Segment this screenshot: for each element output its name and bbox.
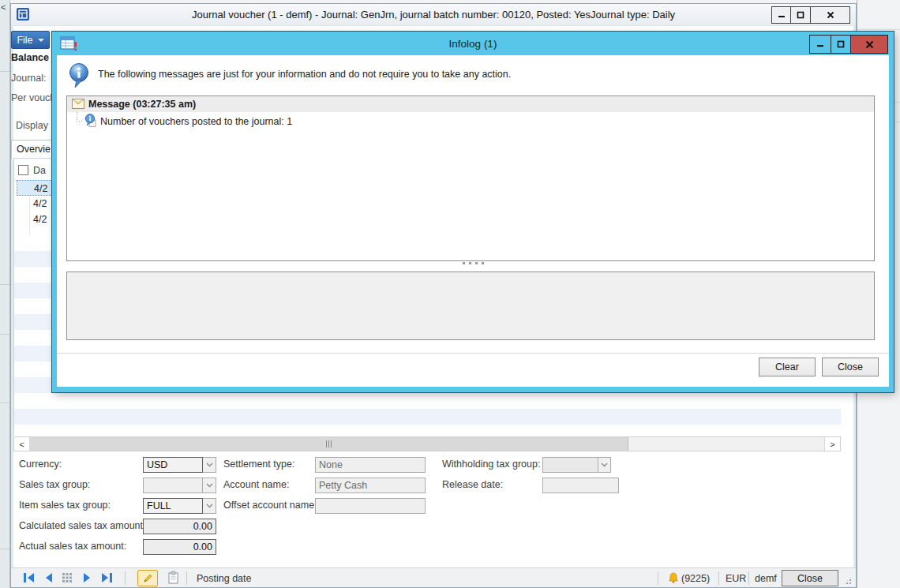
collapse-chevron-icon[interactable]: <: [1, 2, 6, 12]
divider: [0, 334, 9, 335]
sales-tax-group-combo[interactable]: [143, 478, 203, 493]
close-icon: [827, 11, 834, 19]
pencil-icon: [142, 573, 153, 584]
sales-tax-group-label: Sales tax group:: [19, 479, 90, 490]
maximize-button[interactable]: [791, 6, 811, 24]
resize-grip[interactable]: [842, 575, 853, 586]
scroll-left-button[interactable]: <: [14, 437, 30, 451]
edit-mode-button[interactable]: [137, 570, 158, 586]
item-sales-tax-group-label: Item sales tax group:: [19, 500, 111, 511]
message-group-label[interactable]: Message (03:27:35 am): [88, 99, 196, 110]
infolog-minimize-button[interactable]: [809, 35, 831, 54]
divider: [857, 29, 900, 30]
file-menu-label: File: [17, 35, 32, 46]
tab-overview[interactable]: Overvie: [11, 140, 52, 159]
status-company[interactable]: demf: [755, 573, 777, 584]
actual-sales-tax-field[interactable]: 0.00: [143, 539, 216, 555]
first-record-icon[interactable]: [23, 571, 36, 584]
maximize-icon: [837, 40, 845, 48]
scroll-right-button[interactable]: >: [824, 437, 840, 451]
infolog-message-tree[interactable]: Message (03:27:35 am) Number of vouchers…: [66, 96, 875, 261]
settlement-type-field: None: [315, 457, 426, 473]
display-journal-label: Display: [16, 120, 48, 131]
release-date-label: Release date:: [442, 479, 503, 490]
statusbar-close-button[interactable]: Close: [782, 570, 838, 586]
clear-button[interactable]: Clear: [759, 358, 816, 376]
message-item-text[interactable]: Number of vouchers posted to the journal…: [100, 116, 292, 127]
horizontal-scrollbar[interactable]: < >: [13, 436, 841, 451]
separator: [125, 571, 126, 585]
currency-combo[interactable]: USD: [143, 457, 203, 473]
scrollbar-thumb[interactable]: [30, 437, 628, 451]
account-name-field: Petty Cash: [315, 478, 426, 493]
infolog-close-action-button[interactable]: Close: [822, 358, 879, 376]
attach-note-icon[interactable]: [167, 571, 179, 585]
withholding-tax-group-combo-arrow[interactable]: [598, 457, 611, 473]
clear-button-label: Clear: [775, 361, 799, 373]
release-date-field: [542, 478, 619, 493]
infolog-close-button[interactable]: [851, 35, 888, 54]
next-record-icon[interactable]: [81, 571, 94, 584]
status-currency[interactable]: EUR: [726, 573, 746, 584]
sales-tax-group-combo-arrow[interactable]: [203, 478, 216, 493]
infolog-close-action-label: Close: [838, 361, 863, 373]
actual-sales-tax-label: Actual sales tax amount:: [19, 541, 126, 552]
infolog-maximize-button[interactable]: [831, 35, 851, 54]
infolog-titlebar[interactable]: Infolog (1): [52, 32, 894, 55]
scroll-left-icon: <: [19, 440, 24, 449]
account-name-label: Account name:: [223, 479, 289, 490]
minimize-icon: [778, 11, 786, 19]
calculated-sales-tax-label: Calculated sales tax amount:: [19, 520, 146, 531]
chevron-down-icon: [601, 463, 608, 467]
item-sales-tax-group-combo[interactable]: FULL: [143, 498, 203, 514]
minimize-icon: [816, 40, 824, 48]
collapsed-side-panel[interactable]: <: [0, 0, 10, 588]
infolog-detail-panel: [66, 272, 875, 340]
infolog-title: Infolog (1): [449, 38, 497, 50]
info-icon: [68, 62, 90, 89]
currency-combo-arrow[interactable]: [203, 457, 216, 473]
offset-account-name-label: Offset account name:: [223, 500, 317, 511]
settlement-type-label: Settlement type:: [223, 459, 294, 470]
item-sales-tax-group-combo-arrow[interactable]: [203, 498, 216, 514]
withholding-tax-group-combo[interactable]: [542, 457, 598, 473]
tree-connector: [77, 112, 77, 121]
separator: [748, 571, 749, 585]
previous-record-icon[interactable]: [42, 571, 54, 584]
message-envelope-icon: [72, 99, 84, 109]
select-all-checkbox[interactable]: [18, 165, 28, 175]
splitter-handle[interactable]: [57, 262, 889, 264]
grid-view-icon[interactable]: [62, 572, 73, 583]
last-record-icon[interactable]: [100, 571, 113, 584]
currency-label: Currency:: [19, 459, 62, 470]
separator: [718, 571, 719, 585]
statusbar-close-label: Close: [797, 573, 823, 584]
notification-count[interactable]: (9225): [681, 573, 710, 584]
date-cell: 4/2: [34, 183, 47, 194]
date-cell: 4/2: [33, 214, 47, 225]
tree-connector: [77, 121, 84, 122]
chevron-down-icon: [206, 504, 213, 508]
main-titlebar[interactable]: Journal voucher (1 - demf) - Journal: Ge…: [11, 4, 856, 26]
scroll-right-icon: >: [830, 440, 834, 449]
chevron-down-icon: [206, 483, 213, 488]
withholding-tax-group-label: Withholding tax group:: [442, 459, 540, 470]
file-menu-button[interactable]: File: [11, 31, 50, 49]
tab-overview-label: Overvie: [17, 144, 51, 155]
app-icon: [17, 8, 29, 21]
balance-label: Balance: [11, 52, 49, 63]
date-column-header[interactable]: Da: [33, 165, 46, 176]
journal-label: Journal:: [11, 73, 46, 84]
infolog-banner-text: The following messages are just for your…: [98, 69, 511, 80]
chevron-down-icon: [38, 39, 44, 42]
notification-bell-icon[interactable]: [667, 571, 680, 584]
divider: [0, 403, 9, 403]
close-button[interactable]: [811, 6, 850, 24]
calculated-sales-tax-field[interactable]: 0.00: [143, 519, 216, 534]
offset-account-name-field: [315, 498, 426, 514]
status-bar: Posting date (9225) EUR demf Close: [11, 567, 856, 587]
minimize-button[interactable]: [771, 6, 791, 24]
infolog-body: The following messages are just for your…: [57, 55, 889, 387]
date-cell: 4/2: [33, 198, 47, 209]
status-help-text: Posting date: [197, 573, 252, 584]
